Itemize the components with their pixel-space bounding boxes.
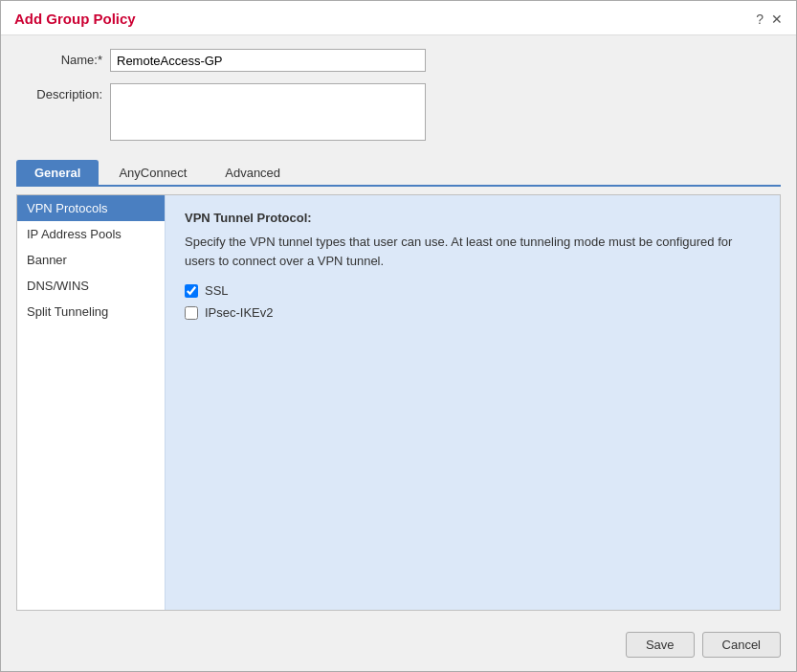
- sidebar-item-split-tunneling[interactable]: Split Tunneling: [17, 299, 165, 325]
- dialog-title: Add Group Policy: [14, 11, 136, 27]
- tab-general[interactable]: General: [16, 160, 99, 185]
- ssl-checkbox-row: SSL: [185, 283, 761, 298]
- description-row: Description:: [16, 83, 781, 141]
- description-input[interactable]: [110, 83, 426, 141]
- sidebar-item-vpn-protocols[interactable]: VPN Protocols: [17, 195, 165, 221]
- cancel-button[interactable]: Cancel: [702, 632, 781, 658]
- close-icon[interactable]: ✕: [771, 11, 783, 27]
- dialog-body: Name:* Description: General AnyConnect A…: [1, 35, 796, 620]
- panel-description: Specify the VPN tunnel types that user c…: [185, 233, 761, 270]
- content-area: VPN Protocols IP Address Pools Banner DN…: [16, 194, 781, 611]
- ipsec-checkbox-row: IPsec-IKEv2: [185, 305, 761, 320]
- ipsec-label: IPsec-IKEv2: [205, 305, 274, 320]
- sidebar: VPN Protocols IP Address Pools Banner DN…: [17, 195, 166, 610]
- name-label: Name:*: [16, 49, 102, 67]
- ssl-label: SSL: [205, 283, 229, 298]
- dialog-titlebar: Add Group Policy ? ✕: [1, 1, 796, 35]
- save-button[interactable]: Save: [626, 632, 695, 658]
- description-label: Description:: [16, 83, 102, 101]
- sidebar-item-dns-wins[interactable]: DNS/WINS: [17, 273, 165, 299]
- tab-advanced[interactable]: Advanced: [207, 160, 299, 185]
- panel-title: VPN Tunnel Protocol:: [185, 211, 761, 225]
- main-panel: VPN Tunnel Protocol: Specify the VPN tun…: [166, 195, 780, 610]
- sidebar-item-ip-address-pools[interactable]: IP Address Pools: [17, 221, 165, 247]
- name-row: Name:*: [16, 49, 781, 72]
- name-input[interactable]: [110, 49, 426, 72]
- help-icon[interactable]: ?: [756, 11, 764, 27]
- dialog-footer: Save Cancel: [1, 620, 796, 671]
- tabs-bar: General AnyConnect Advanced: [16, 160, 781, 187]
- sidebar-item-banner[interactable]: Banner: [17, 247, 165, 273]
- ipsec-ikev2-checkbox[interactable]: [185, 306, 198, 320]
- add-group-policy-dialog: Add Group Policy ? ✕ Name:* Description:…: [0, 0, 797, 672]
- tab-anyconnect[interactable]: AnyConnect: [100, 160, 205, 185]
- dialog-controls: ? ✕: [756, 11, 783, 27]
- ssl-checkbox[interactable]: [185, 284, 198, 298]
